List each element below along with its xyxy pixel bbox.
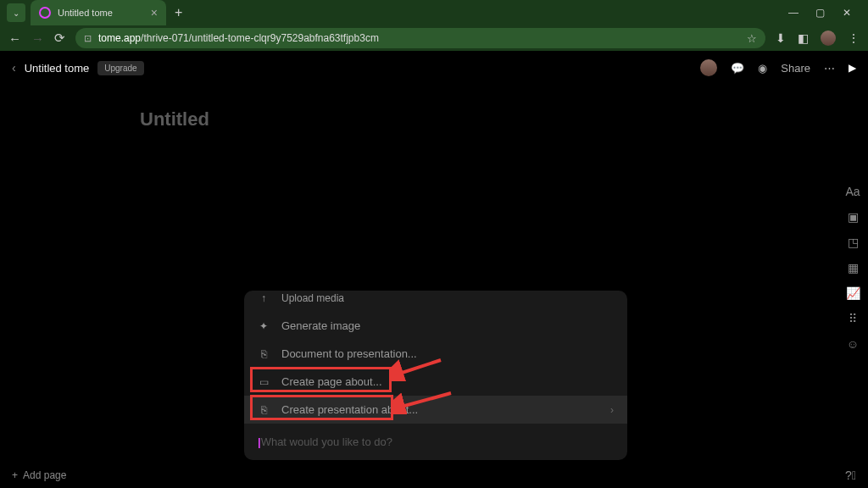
tab-bar: ⌄ Untitled tome × + — ▢ ✕ xyxy=(0,0,868,25)
browser-actions: ⬇ ◧ ⋮ xyxy=(776,30,860,46)
plus-icon: + xyxy=(12,469,18,481)
help-button[interactable]: ?⃝ xyxy=(845,469,856,482)
record-icon[interactable]: ◉ xyxy=(758,62,767,75)
sparkle-icon: ✦ xyxy=(258,320,270,332)
tab-title: Untitled tome xyxy=(58,8,144,18)
window-controls: — ▢ ✕ xyxy=(788,7,861,19)
extensions-icon[interactable]: ◧ xyxy=(798,31,809,45)
apps-tool-icon[interactable]: ⠿ xyxy=(849,312,857,325)
site-settings-icon[interactable]: ⊡ xyxy=(84,33,92,44)
menu-item-doc-to-presentation[interactable]: ⎘ Document to presentation... xyxy=(244,340,627,368)
reload-button[interactable]: ⟳ xyxy=(54,30,65,46)
menu-item-create-presentation[interactable]: ⎘ Create presentation about... › xyxy=(244,396,627,424)
menu-item-create-page[interactable]: ▭ Create page about... xyxy=(244,368,627,396)
command-menu: ↑ Upload media ✦ Generate image ⎘ Docume… xyxy=(244,291,627,460)
present-button[interactable]: ▶ xyxy=(849,62,856,74)
page-icon: ▭ xyxy=(258,376,270,388)
shape-tool-icon[interactable]: ◳ xyxy=(848,236,859,249)
text-tool-icon[interactable]: Aa xyxy=(845,185,860,198)
menu-item-upload-media[interactable]: ↑ Upload media xyxy=(244,291,627,312)
chevron-right-icon: › xyxy=(610,404,614,416)
image-tool-icon[interactable]: ▣ xyxy=(848,210,859,224)
url-input[interactable]: ⊡ tome.app/thrive-071/untitled-tome-clqr… xyxy=(75,28,765,48)
command-input[interactable]: |What would you like to do? xyxy=(244,424,627,460)
url-text: tome.app/thrive-071/untitled-tome-clqr9y… xyxy=(98,32,379,44)
comments-icon[interactable]: 💬 xyxy=(731,62,744,75)
close-tab-icon[interactable]: × xyxy=(151,6,158,19)
upgrade-button[interactable]: Upgrade xyxy=(97,61,143,75)
tome-favicon xyxy=(39,7,51,19)
chart-tool-icon[interactable]: 📈 xyxy=(846,286,860,300)
upload-icon: ↑ xyxy=(258,292,270,304)
address-bar: ← → ⟳ ⊡ tome.app/thrive-071/untitled-tom… xyxy=(0,25,868,51)
back-button[interactable]: ← xyxy=(8,31,21,46)
profile-avatar-icon[interactable] xyxy=(821,30,836,46)
forward-button[interactable]: → xyxy=(31,31,44,46)
app-header: ‹ Untitled tome Upgrade 💬 ◉ Share ⋯ ▶ xyxy=(0,51,868,85)
user-avatar[interactable] xyxy=(700,59,717,76)
right-toolbar: Aa ▣ ◳ ▦ 📈 ⠿ ☺ xyxy=(837,185,868,351)
minimize-button[interactable]: — xyxy=(788,7,797,19)
document-title[interactable]: Untitled tome xyxy=(25,62,90,75)
browser-tab[interactable]: Untitled tome × xyxy=(31,0,166,25)
theme-tool-icon[interactable]: ☺ xyxy=(847,337,859,351)
add-page-button[interactable]: + Add page xyxy=(12,469,66,481)
page-title[interactable]: Untitled xyxy=(140,108,209,130)
bottom-bar: + Add page ?⃝ xyxy=(0,463,868,488)
downloads-icon[interactable]: ⬇ xyxy=(776,31,786,45)
presentation-icon: ⎘ xyxy=(258,404,270,416)
browser-menu-icon[interactable]: ⋮ xyxy=(848,31,860,45)
browser-chrome: ⌄ Untitled tome × + — ▢ ✕ ← → ⟳ ⊡ tome.a… xyxy=(0,0,868,51)
close-window-button[interactable]: ✕ xyxy=(843,7,851,19)
menu-item-generate-image[interactable]: ✦ Generate image xyxy=(244,312,627,340)
header-right: 💬 ◉ Share ⋯ ▶ xyxy=(700,59,856,76)
bookmark-star-icon[interactable]: ☆ xyxy=(747,32,757,45)
maximize-button[interactable]: ▢ xyxy=(815,7,824,19)
more-menu-icon[interactable]: ⋯ xyxy=(824,62,835,75)
profile-dropdown[interactable]: ⌄ xyxy=(7,3,25,22)
share-button[interactable]: Share xyxy=(781,62,810,75)
new-tab-button[interactable]: + xyxy=(175,5,182,20)
document-icon: ⎘ xyxy=(258,348,270,360)
table-tool-icon[interactable]: ▦ xyxy=(848,261,859,274)
back-chevron-icon[interactable]: ‹ xyxy=(12,61,16,75)
